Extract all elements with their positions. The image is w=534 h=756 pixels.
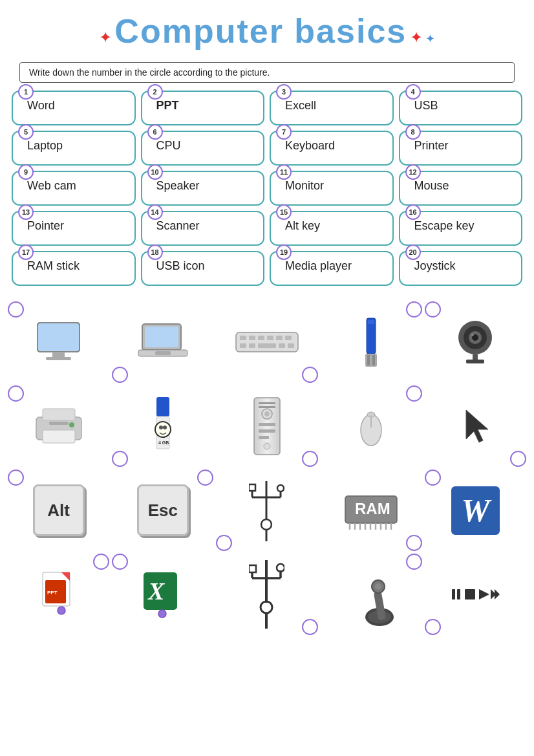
svg-marker-103 bbox=[495, 589, 500, 599]
num-badge-15: 15 bbox=[276, 204, 292, 220]
images-section: 4 GB bbox=[0, 295, 534, 636]
svg-rect-14 bbox=[285, 336, 292, 340]
num-badge-6: 6 bbox=[147, 124, 163, 140]
answer-circle-usb-icon[interactable] bbox=[216, 535, 232, 551]
printer-svg bbox=[33, 405, 85, 448]
num-badge-19: 19 bbox=[276, 244, 292, 260]
svg-point-29 bbox=[471, 334, 474, 336]
image-webcam bbox=[423, 300, 528, 384]
svg-rect-48 bbox=[259, 423, 275, 426]
answer-circle-ppt[interactable] bbox=[93, 554, 109, 570]
svg-rect-19 bbox=[288, 343, 294, 348]
usb-symbol2-svg bbox=[249, 559, 284, 630]
svg-rect-87 bbox=[249, 565, 256, 572]
image-ram-chip: RAM bbox=[319, 468, 423, 552]
label-cell-6: 6CPU bbox=[141, 131, 265, 166]
keyboard-svg bbox=[235, 329, 299, 355]
svg-rect-5 bbox=[145, 327, 178, 347]
num-badge-17: 17 bbox=[18, 244, 34, 260]
answer-circle-keyboard[interactable] bbox=[302, 367, 318, 383]
monitor-svg bbox=[34, 321, 83, 363]
svg-rect-49 bbox=[259, 429, 275, 433]
answer-circle-excel[interactable] bbox=[112, 554, 128, 570]
answer-circle-alt[interactable] bbox=[8, 470, 24, 486]
num-badge-11: 11 bbox=[276, 164, 292, 180]
answer-circle-pointer[interactable] bbox=[510, 451, 526, 467]
image-word-icon: W bbox=[423, 468, 528, 552]
svg-rect-37 bbox=[156, 397, 169, 416]
num-badge-12: 12 bbox=[405, 164, 421, 180]
svg-rect-35 bbox=[49, 422, 69, 425]
label-grid: 1Word2PPT3Excell4USB5Laptop6CPU7Keyboard… bbox=[0, 91, 534, 286]
answer-circle-monitor[interactable] bbox=[8, 301, 24, 318]
num-badge-13: 13 bbox=[18, 204, 34, 220]
answer-circle-laptop[interactable] bbox=[112, 367, 128, 383]
label-name-14: Scanner bbox=[156, 219, 257, 233]
svg-rect-3 bbox=[46, 357, 71, 360]
label-name-16: Escape key bbox=[414, 219, 515, 233]
label-cell-12: 12Mouse bbox=[399, 171, 523, 206]
answer-circle-ram[interactable] bbox=[406, 535, 422, 551]
webcam-svg bbox=[456, 319, 495, 365]
image-laptop bbox=[111, 300, 215, 384]
answer-circle-media[interactable] bbox=[425, 619, 441, 635]
answer-circle-cpu[interactable] bbox=[302, 451, 318, 467]
instruction-text: Write down the number in the circle acco… bbox=[29, 67, 270, 78]
label-name-8: Printer bbox=[414, 138, 515, 153]
image-usb-symbol2 bbox=[215, 552, 319, 636]
svg-rect-33 bbox=[43, 409, 75, 420]
laptop-svg bbox=[137, 323, 189, 362]
svg-point-40 bbox=[159, 426, 163, 429]
label-name-20: Joystick bbox=[414, 259, 515, 274]
label-name-3: Excell bbox=[285, 98, 386, 113]
num-badge-4: 4 bbox=[405, 84, 421, 100]
label-name-17: RAM stick bbox=[27, 259, 128, 274]
word-w-letter: W bbox=[461, 491, 489, 529]
instruction-box: Write down the number in the circle acco… bbox=[19, 62, 515, 83]
word-icon-display: W bbox=[451, 486, 500, 535]
label-cell-9: 9Web cam bbox=[12, 171, 136, 206]
answer-circle-word[interactable] bbox=[425, 470, 441, 486]
image-media-player bbox=[423, 552, 528, 636]
cpu-svg bbox=[251, 396, 283, 457]
image-usb-symbol bbox=[215, 468, 319, 552]
svg-text:PPT: PPT bbox=[47, 590, 58, 596]
image-ram-usb: 4 GB bbox=[111, 384, 215, 468]
label-name-1: Word bbox=[27, 98, 128, 113]
num-badge-9: 9 bbox=[18, 164, 34, 180]
svg-rect-21 bbox=[368, 320, 374, 324]
answer-circle-printer[interactable] bbox=[8, 385, 24, 402]
label-name-6: CPU bbox=[156, 138, 257, 153]
answer-circle-usb[interactable] bbox=[406, 301, 422, 318]
num-badge-20: 20 bbox=[405, 244, 421, 260]
svg-rect-16 bbox=[249, 343, 255, 348]
title-area: ✦ Computer basics ✦ ✦ bbox=[0, 0, 534, 57]
page-title: Computer basics bbox=[114, 12, 407, 50]
answer-circle-webcam[interactable] bbox=[425, 301, 441, 318]
answer-circle-esc[interactable] bbox=[197, 470, 213, 486]
svg-rect-45 bbox=[259, 406, 275, 408]
svg-point-63 bbox=[261, 519, 272, 530]
label-name-7: Keyboard bbox=[285, 138, 386, 153]
label-cell-17: 17RAM stick bbox=[12, 251, 136, 286]
answer-circle-usb2[interactable] bbox=[302, 619, 318, 635]
label-cell-20: 20Joystick bbox=[399, 251, 523, 286]
excel-svg: X bbox=[142, 570, 184, 619]
svg-rect-22 bbox=[365, 354, 377, 367]
svg-rect-23 bbox=[367, 355, 370, 365]
num-badge-18: 18 bbox=[147, 244, 163, 260]
answer-circle-joystick[interactable] bbox=[406, 554, 422, 570]
label-name-18: USB icon bbox=[156, 259, 257, 274]
answer-circle-ram-usb[interactable] bbox=[112, 451, 128, 467]
num-badge-10: 10 bbox=[147, 164, 163, 180]
label-name-9: Web cam bbox=[27, 178, 128, 193]
svg-rect-15 bbox=[240, 343, 246, 348]
ram-usb-svg: 4 GB bbox=[150, 397, 176, 455]
svg-marker-55 bbox=[466, 410, 488, 442]
pointer-svg bbox=[461, 407, 490, 446]
answer-circle-mouse[interactable] bbox=[406, 385, 422, 402]
svg-rect-50 bbox=[259, 436, 269, 439]
svg-rect-59 bbox=[249, 484, 255, 491]
label-cell-11: 11Monitor bbox=[270, 171, 394, 206]
image-excel-icon: X bbox=[111, 552, 215, 636]
